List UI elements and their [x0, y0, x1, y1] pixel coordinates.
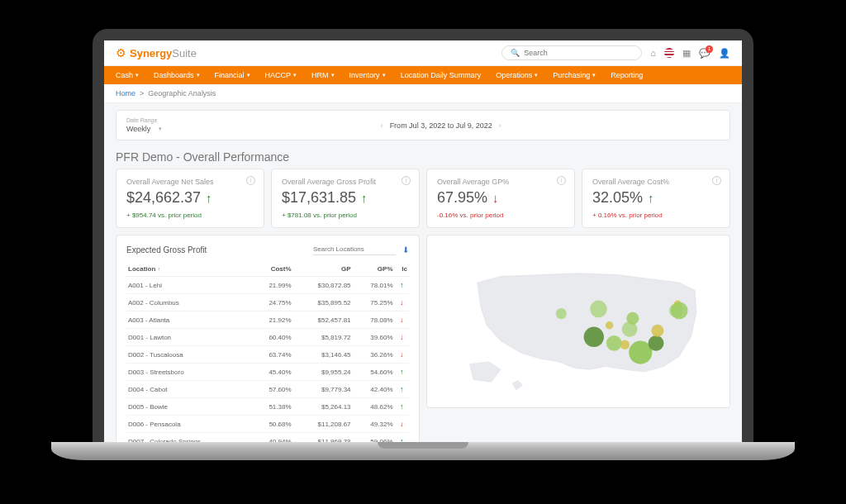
cell-cost: 40.94% — [251, 433, 293, 443]
kpi-card: iOverall Average Cost%32.05%↑+ 0.16% vs.… — [582, 169, 730, 228]
info-icon[interactable]: i — [402, 176, 411, 185]
kpi-value: $24,662.37↑ — [126, 189, 254, 207]
nav-reporting[interactable]: Reporting — [611, 71, 643, 79]
kpi-card: iOverall Average Gross Profit$17,631.85↑… — [271, 169, 420, 228]
nav-purchasing[interactable]: Purchasing▾ — [553, 71, 596, 79]
chevron-down-icon: ▾ — [293, 72, 297, 78]
cell-gp: $9,955.24 — [293, 364, 353, 381]
info-icon[interactable]: i — [246, 176, 255, 185]
table-row[interactable]: D003 - Streetsboro45.40%$9,955.2454.60%↑ — [126, 364, 409, 381]
table-row[interactable]: A001 - Lehi21.99%$30,872.8578.01%↑ — [126, 277, 409, 294]
col-ic[interactable]: Ic — [395, 262, 410, 277]
map-bubble[interactable] — [584, 327, 604, 347]
map-bubble[interactable] — [620, 340, 630, 349]
map-bubble[interactable] — [606, 335, 622, 351]
kpi-value: 67.95%↓ — [437, 189, 564, 207]
user-avatar-icon[interactable]: 👤 — [719, 48, 730, 59]
nav-financial[interactable]: Financial▾ — [215, 71, 250, 79]
nav-inventory[interactable]: Inventory▾ — [349, 71, 386, 79]
cell-gpp: 39.60% — [353, 329, 395, 346]
info-icon[interactable]: i — [712, 176, 721, 185]
cell-gpp: 78.01% — [353, 277, 395, 294]
trend-up-icon: ↑ — [206, 191, 212, 205]
apps-icon[interactable]: ▦ — [682, 48, 691, 59]
date-display: ‹ From Jul 3, 2022 to Jul 9, 2022 › — [381, 121, 501, 130]
map-bubble[interactable] — [626, 312, 639, 325]
col-location[interactable]: Location ↑ — [126, 262, 251, 277]
col-gpp[interactable]: GP% — [353, 262, 395, 277]
cell-gp: $11,208.67 — [293, 416, 353, 433]
table-row[interactable]: D002 - Tuscaloosa63.74%$3,146.4536.26%↓ — [126, 346, 409, 364]
trend-down-icon: ↓ — [395, 346, 410, 364]
col-gp[interactable]: GP — [293, 262, 353, 277]
location-table: Location ↑ Cost% GP GP% Ic A001 - Lehi21… — [126, 262, 409, 442]
table-row[interactable]: D006 - Pensacola50.68%$11,208.6749.32%↓ — [126, 416, 409, 433]
search-icon: 🔍 — [511, 49, 520, 57]
table-title: Expected Gross Profit — [126, 245, 207, 254]
search-input[interactable] — [524, 49, 633, 57]
download-icon[interactable]: ⬇ — [402, 245, 409, 254]
locale-flag-icon[interactable] — [664, 48, 674, 58]
app-viewport: ⚙ SynergySuite 🔍 ⌂ ▦ 💬 1 — [104, 40, 742, 442]
cell-cost: 57.60% — [251, 381, 293, 398]
nav-dashboards[interactable]: Dashboards▾ — [154, 71, 200, 79]
page-title: PFR Demo - Overall Performance — [104, 147, 742, 169]
nav-operations[interactable]: Operations▾ — [496, 71, 538, 79]
map-bubble[interactable] — [556, 308, 567, 319]
cell-gpp: 78.08% — [353, 311, 395, 329]
trend-up-icon: ↑ — [395, 381, 410, 398]
nav-location-daily-summary[interactable]: Location Daily Summary — [401, 71, 482, 79]
cell-cost: 24.75% — [251, 294, 293, 311]
kpi-card: iOverall Average Net Sales$24,662.37↑+ $… — [116, 169, 264, 228]
kpi-label: Overall Average Cost% — [592, 178, 720, 186]
nav-haccp[interactable]: HACCP▾ — [265, 71, 297, 79]
map-panel — [426, 235, 730, 408]
laptop-base — [51, 442, 795, 460]
map-bubble[interactable] — [651, 325, 663, 337]
map-bubble[interactable] — [671, 302, 688, 320]
col-cost[interactable]: Cost% — [251, 262, 293, 277]
map-bubble[interactable] — [590, 301, 607, 318]
table-row[interactable]: D001 - Lawton60.40%$5,819.7239.60%↓ — [126, 329, 409, 346]
date-range-select[interactable]: Date Range Weekly ▾ — [126, 117, 162, 133]
chat-icon[interactable]: 💬 1 — [699, 48, 711, 59]
cell-cost: 21.92% — [251, 311, 293, 329]
table-row[interactable]: D004 - Cabot57.60%$9,779.3442.40%↑ — [126, 381, 409, 398]
trend-up-icon: ↑ — [395, 277, 410, 294]
breadcrumb: Home > Geographic Analysis — [104, 84, 742, 103]
cell-cost: 51.38% — [251, 398, 293, 416]
navbar: Cash▾Dashboards▾Financial▾HACCP▾HRM▾Inve… — [104, 66, 742, 84]
cell-gpp: 54.60% — [353, 364, 395, 381]
nav-hrm[interactable]: HRM▾ — [311, 71, 335, 79]
trend-up-icon: ↑ — [648, 191, 654, 205]
home-icon[interactable]: ⌂ — [650, 48, 656, 58]
cell-cost: 21.99% — [251, 277, 293, 294]
search-box[interactable]: 🔍 — [501, 45, 642, 60]
map-bubble[interactable] — [649, 335, 664, 351]
kpi-label: Overall Average Gross Profit — [282, 178, 409, 186]
table-row[interactable]: A003 - Atlanta21.92%$52,457.8178.08%↓ — [126, 311, 409, 329]
prev-period-button[interactable]: ‹ — [381, 121, 383, 130]
us-map[interactable] — [437, 244, 720, 399]
trend-up-icon: ↑ — [361, 191, 368, 205]
kpi-delta: + $954.74 vs. prior period — [126, 212, 254, 219]
trend-down-icon: ↓ — [395, 294, 410, 311]
trend-down-icon: ↓ — [492, 191, 499, 205]
map-bubble[interactable] — [606, 321, 613, 329]
info-icon[interactable]: i — [557, 176, 566, 185]
breadcrumb-home[interactable]: Home — [116, 89, 135, 97]
nav-cash[interactable]: Cash▾ — [116, 71, 139, 79]
chevron-down-icon: ▾ — [135, 72, 139, 78]
next-period-button[interactable]: › — [499, 121, 501, 130]
table-row[interactable]: D007 - Colorado Springs40.94%$11,969.785… — [126, 433, 409, 443]
cell-gp: $3,146.45 — [293, 346, 353, 364]
table-row[interactable]: D005 - Bowie51.38%$5,264.1348.62%↑ — [126, 398, 409, 416]
cell-location: A003 - Atlanta — [126, 311, 251, 329]
cell-location: A002 - Columbus — [126, 294, 251, 311]
kpi-value: 32.05%↑ — [592, 189, 720, 207]
logo[interactable]: ⚙ SynergySuite — [116, 46, 197, 59]
location-search-input[interactable] — [313, 244, 396, 255]
table-panel: Expected Gross Profit ⬇ Location ↑ Cost%… — [116, 235, 420, 442]
table-row[interactable]: A002 - Columbus24.75%$35,895.5275.25%↓ — [126, 294, 409, 311]
cell-gpp: 49.32% — [353, 416, 395, 433]
